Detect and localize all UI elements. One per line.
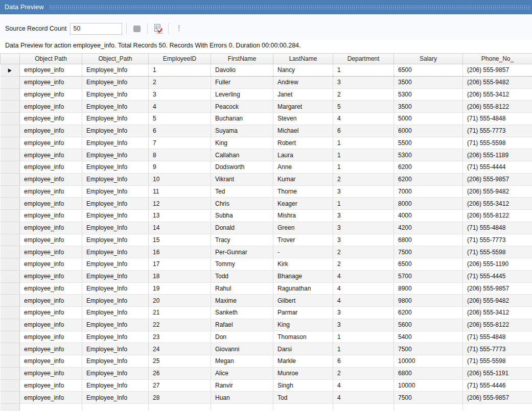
- table-row[interactable]: employee_infoEmployee_Info12ChrisKeager1…: [1, 198, 532, 210]
- cell[interactable]: 9: [149, 161, 211, 174]
- cell[interactable]: Vikrant: [211, 173, 273, 185]
- cell[interactable]: (206) 555-8122: [463, 210, 532, 222]
- cell[interactable]: [333, 404, 394, 411]
- row-selector[interactable]: [1, 222, 20, 234]
- cell[interactable]: Andrew: [273, 76, 333, 88]
- cell[interactable]: 1: [333, 149, 394, 161]
- column-header-salary[interactable]: Salary: [394, 54, 463, 64]
- cell[interactable]: Employee_Info: [82, 113, 149, 125]
- cell[interactable]: 2: [149, 76, 211, 88]
- cell[interactable]: 7500: [394, 392, 463, 404]
- row-selector[interactable]: [1, 282, 20, 295]
- row-selector[interactable]: [1, 234, 20, 246]
- row-selector[interactable]: [1, 76, 20, 88]
- source-record-count-input[interactable]: [70, 23, 122, 35]
- row-selector[interactable]: [1, 88, 20, 101]
- cell[interactable]: Callahan: [211, 149, 273, 161]
- cell[interactable]: Rahul: [211, 282, 273, 295]
- cell[interactable]: Employee_Info: [82, 258, 149, 271]
- cell[interactable]: 20: [149, 295, 211, 307]
- cell[interactable]: Mishra: [273, 210, 333, 222]
- cell[interactable]: Employee_Info: [82, 210, 149, 222]
- cell[interactable]: Employee_Info: [82, 149, 149, 161]
- cell[interactable]: King: [211, 137, 273, 149]
- table-row[interactable]: employee_infoEmployee_Info24GiovanniDars…: [1, 343, 532, 355]
- cell[interactable]: employee_info: [20, 234, 82, 246]
- cell[interactable]: Employee_Info: [82, 173, 149, 185]
- cell[interactable]: 6500: [394, 258, 463, 271]
- cell[interactable]: (71) 555-7773: [463, 234, 532, 246]
- cell[interactable]: Munroe: [273, 367, 333, 379]
- cell[interactable]: 6800: [394, 234, 463, 246]
- table-row[interactable]: employee_infoEmployee_Info10VikrantKumar…: [1, 173, 532, 185]
- cell[interactable]: Davolio: [211, 64, 273, 77]
- cell[interactable]: Trover: [273, 234, 333, 246]
- cell[interactable]: Singh: [273, 379, 333, 392]
- cell[interactable]: 3: [333, 210, 394, 222]
- cell[interactable]: (206) 555-9857: [463, 173, 532, 185]
- cell[interactable]: Markle: [273, 355, 333, 368]
- cell[interactable]: Employee_Info: [82, 161, 149, 174]
- cell[interactable]: 6200: [394, 161, 463, 174]
- cell[interactable]: (206) 555-9482: [463, 76, 532, 88]
- cell[interactable]: Thorne: [273, 185, 333, 198]
- table-row[interactable]: employee_infoEmployee_Info15TracyTrover3…: [1, 234, 532, 246]
- row-selector[interactable]: [1, 173, 20, 185]
- cell[interactable]: King: [273, 319, 333, 331]
- cell[interactable]: 5400: [394, 331, 463, 343]
- cell[interactable]: 3: [333, 185, 394, 198]
- cell[interactable]: 27: [149, 379, 211, 392]
- cell[interactable]: (206) 555-3412: [463, 307, 532, 319]
- table-row[interactable]: employee_infoEmployee_Info9DodsworthAnne…: [1, 161, 532, 174]
- cell[interactable]: Alice: [211, 367, 273, 379]
- row-selector[interactable]: [1, 137, 20, 149]
- cell[interactable]: 5700: [394, 270, 463, 282]
- cell[interactable]: 11: [149, 185, 211, 198]
- cell[interactable]: 2: [333, 258, 394, 271]
- cell[interactable]: 6200: [394, 173, 463, 185]
- column-header-object-path[interactable]: Object Path: [20, 54, 82, 64]
- row-selector[interactable]: [1, 113, 20, 125]
- cell[interactable]: 10: [149, 173, 211, 185]
- cell[interactable]: Buchanan: [211, 113, 273, 125]
- cell[interactable]: 10000: [394, 379, 463, 392]
- cell[interactable]: 4: [333, 295, 394, 307]
- cell[interactable]: 13: [149, 210, 211, 222]
- row-selector[interactable]: [1, 210, 20, 222]
- row-selector[interactable]: [1, 331, 20, 343]
- cell[interactable]: 8900: [394, 282, 463, 295]
- table-row[interactable]: employee_infoEmployee_Info19RahulRagunat…: [1, 282, 532, 295]
- cell[interactable]: 1: [149, 64, 211, 77]
- cell[interactable]: employee_info: [20, 295, 82, 307]
- cell[interactable]: 6800: [394, 367, 463, 379]
- cell[interactable]: employee_info: [20, 331, 82, 343]
- cell[interactable]: 1: [333, 198, 394, 210]
- row-selector[interactable]: [1, 149, 20, 161]
- cell[interactable]: Don: [211, 331, 273, 343]
- cell[interactable]: Margaret: [273, 101, 333, 113]
- cell[interactable]: 12: [149, 198, 211, 210]
- cell[interactable]: Employee_Info: [82, 125, 149, 137]
- table-row[interactable]: employee_infoEmployee_Info14DonaldGreen3…: [1, 222, 532, 234]
- cell[interactable]: 2: [333, 246, 394, 258]
- cell[interactable]: 4: [149, 101, 211, 113]
- cell[interactable]: 3: [149, 88, 211, 101]
- cell[interactable]: Tod: [273, 392, 333, 404]
- table-row[interactable]: employee_infoEmployee_Info16Per-Gunnar-2…: [1, 246, 532, 258]
- row-selector[interactable]: [1, 198, 20, 210]
- cell[interactable]: Employee_Info: [82, 282, 149, 295]
- cell[interactable]: (206) 555-8122: [463, 319, 532, 331]
- cell[interactable]: Employee_Info: [82, 198, 149, 210]
- cell[interactable]: (206) 555-9857: [463, 282, 532, 295]
- cell[interactable]: Maxime: [211, 295, 273, 307]
- row-selector[interactable]: [1, 258, 20, 271]
- cell[interactable]: employee_info: [20, 258, 82, 271]
- cell[interactable]: 4200: [394, 222, 463, 234]
- cell[interactable]: employee_info: [20, 125, 82, 137]
- cell[interactable]: employee_info: [20, 282, 82, 295]
- cell[interactable]: 7500: [394, 343, 463, 355]
- cell[interactable]: 4: [333, 392, 394, 404]
- cell[interactable]: 3500: [394, 101, 463, 113]
- cell[interactable]: Ted: [211, 185, 273, 198]
- row-selector[interactable]: [1, 343, 20, 355]
